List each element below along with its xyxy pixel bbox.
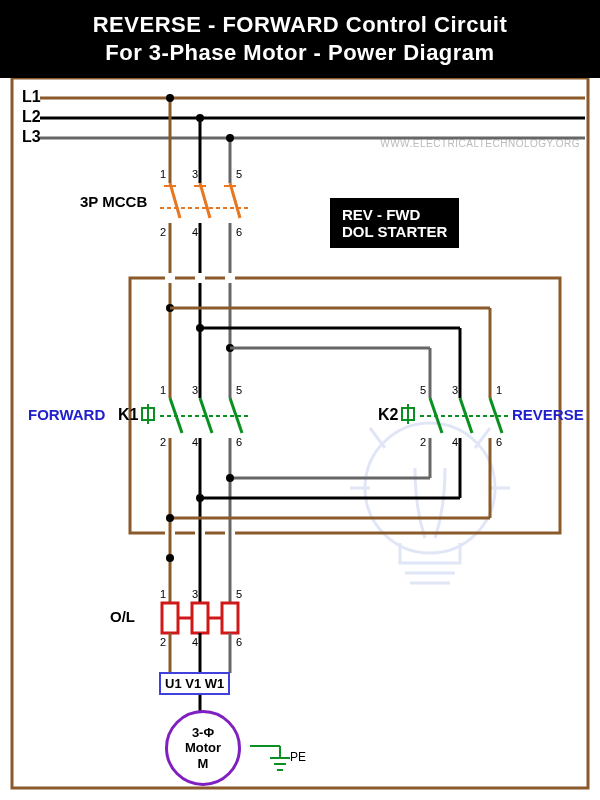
term-v1: V1 xyxy=(185,676,201,691)
svg-point-6 xyxy=(226,134,234,142)
overload-relay xyxy=(162,603,238,633)
svg-rect-57 xyxy=(162,603,178,633)
k2-t3: 3 xyxy=(452,384,458,396)
contactor-k1 xyxy=(142,398,250,433)
k2-t6: 6 xyxy=(496,436,502,448)
title-line2: For 3-Phase Motor - Power Diagram xyxy=(8,40,592,66)
starter-line1: REV - FWD xyxy=(342,206,447,223)
ol-t5: 5 xyxy=(236,588,242,600)
k1-t4: 4 xyxy=(192,436,198,448)
svg-rect-59 xyxy=(222,603,238,633)
k2-t4: 4 xyxy=(452,436,458,448)
motor-symbol: 3-Φ Motor M xyxy=(165,710,241,786)
power-diagram: WWW.ELECTRICALTECHNOLOGY.ORG xyxy=(0,78,600,798)
k1-t2: 2 xyxy=(160,436,166,448)
ol-t3: 3 xyxy=(192,588,198,600)
mccb-t3: 3 xyxy=(192,168,198,180)
starter-box: REV - FWD DOL STARTER xyxy=(330,198,459,248)
svg-line-8 xyxy=(200,183,210,218)
mccb-t5: 5 xyxy=(236,168,242,180)
label-l1: L1 xyxy=(22,88,41,106)
k2-t2: 2 xyxy=(420,436,426,448)
mccb-t6: 6 xyxy=(236,226,242,238)
ol-t6: 6 xyxy=(236,636,242,648)
motor-terminal-box: U1 V1 W1 xyxy=(159,672,230,695)
label-l2: L2 xyxy=(22,108,41,126)
svg-rect-19 xyxy=(225,273,235,283)
k1-t3: 3 xyxy=(192,384,198,396)
label-reverse: REVERSE xyxy=(512,406,584,423)
svg-rect-18 xyxy=(195,273,205,283)
svg-point-56 xyxy=(166,554,174,562)
starter-enclosure xyxy=(130,278,560,533)
motor-l2: Motor xyxy=(168,740,238,756)
svg-point-54 xyxy=(196,494,204,502)
mccb-t4: 4 xyxy=(192,226,198,238)
term-w1: W1 xyxy=(205,676,225,691)
svg-point-53 xyxy=(166,514,174,522)
mccb-symbol xyxy=(160,183,250,218)
svg-point-4 xyxy=(166,94,174,102)
term-u1: U1 xyxy=(165,676,182,691)
svg-line-7 xyxy=(170,183,180,218)
mccb-t1: 1 xyxy=(160,168,166,180)
svg-point-55 xyxy=(226,474,234,482)
ol-t2: 2 xyxy=(160,636,166,648)
label-pe: PE xyxy=(290,750,306,764)
title-header: REVERSE - FORWARD Control Circuit For 3-… xyxy=(0,0,600,78)
circuit-svg xyxy=(0,78,600,798)
svg-rect-58 xyxy=(192,603,208,633)
ground-icon xyxy=(250,746,290,770)
k1-t6: 6 xyxy=(236,436,242,448)
k2-t1: 1 xyxy=(496,384,502,396)
k1-t1: 1 xyxy=(160,384,166,396)
svg-line-9 xyxy=(230,183,240,218)
svg-rect-17 xyxy=(165,273,175,283)
svg-point-5 xyxy=(196,114,204,122)
contactor-k2 xyxy=(402,398,510,433)
starter-line2: DOL STARTER xyxy=(342,223,447,240)
mccb-t2: 2 xyxy=(160,226,166,238)
label-l3: L3 xyxy=(22,128,41,146)
title-line1: REVERSE - FORWARD Control Circuit xyxy=(8,12,592,38)
label-k2: K2 xyxy=(378,406,398,424)
motor-l3: M xyxy=(168,756,238,772)
label-k1: K1 xyxy=(118,406,138,424)
label-forward: FORWARD xyxy=(28,406,105,423)
label-overload: O/L xyxy=(110,608,135,625)
ol-t4: 4 xyxy=(192,636,198,648)
ol-t1: 1 xyxy=(160,588,166,600)
k2-t5: 5 xyxy=(420,384,426,396)
k1-t5: 5 xyxy=(236,384,242,396)
motor-l1: 3-Φ xyxy=(168,725,238,741)
label-mccb: 3P MCCB xyxy=(80,193,147,210)
diagram-container: REVERSE - FORWARD Control Circuit For 3-… xyxy=(0,0,600,800)
